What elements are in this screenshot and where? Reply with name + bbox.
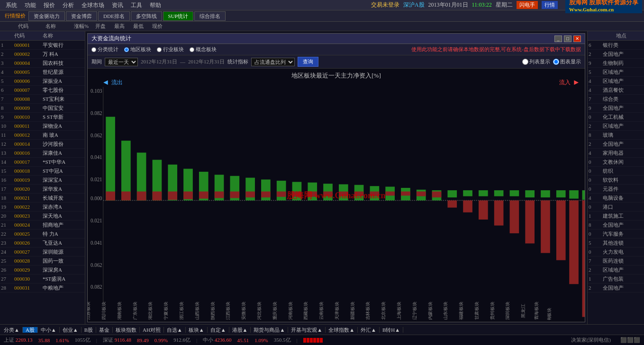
bottom-tab-2[interactable]: 中小▲ bbox=[38, 327, 60, 333]
right-panel-row[interactable]: 0 元器件 bbox=[588, 185, 644, 194]
menu-analysis[interactable]: 分析 bbox=[59, 0, 78, 10]
radio-industry-input[interactable] bbox=[157, 47, 162, 52]
stock-row[interactable]: 9 000010 S ST华新 bbox=[0, 113, 85, 122]
bottom-tab-9[interactable]: 板块▲ bbox=[186, 327, 208, 333]
right-panel-row[interactable]: 0 港口 bbox=[588, 203, 644, 212]
bottom-tab-0[interactable]: 分类▲ bbox=[1, 327, 23, 333]
right-panel-row[interactable]: 6 银行类 bbox=[588, 41, 644, 50]
stock-row[interactable]: 16 000019 深深宝A bbox=[0, 176, 85, 185]
action-button[interactable]: 行情 bbox=[542, 1, 558, 9]
right-panel-row[interactable]: 1 建筑施工 bbox=[588, 212, 644, 221]
stock-row[interactable]: 24 000027 深圳能源 bbox=[0, 248, 85, 257]
stock-row[interactable]: 28 000031 中粮地产 bbox=[0, 283, 85, 292]
right-panel-row[interactable]: 7 综合类 bbox=[588, 95, 644, 104]
right-panel-row[interactable]: 5 区域地产 bbox=[588, 68, 644, 77]
stock-row[interactable]: 22 000025 特 力A bbox=[0, 230, 85, 239]
bottom-tab-14[interactable]: 全球指数▲ bbox=[326, 327, 358, 333]
right-panel-row[interactable]: 0 文教休闲 bbox=[588, 158, 644, 167]
radio-region[interactable]: 地区板块 bbox=[124, 46, 151, 53]
tab-capital-drive[interactable]: 资金驱动力 bbox=[28, 11, 65, 21]
stock-row[interactable]: 27 000030 *ST盛润A bbox=[0, 274, 85, 283]
display-chart-radio[interactable] bbox=[553, 59, 559, 65]
bottom-tab-13[interactable]: 开基与宏观▲ bbox=[288, 327, 326, 333]
right-panel-row[interactable]: 0 软饮料 bbox=[588, 176, 644, 185]
right-panel-row[interactable]: 7 医药连锁 bbox=[588, 257, 644, 265]
menu-quote[interactable]: 报价 bbox=[40, 0, 59, 10]
stock-row[interactable]: 4 000005 世纪星源 bbox=[0, 68, 85, 77]
stock-row[interactable]: 21 000024 招商地产 bbox=[0, 221, 85, 230]
stock-row[interactable]: 14 000017 *ST中华A bbox=[0, 158, 85, 167]
stock-row[interactable]: 17 000020 深华发A bbox=[0, 185, 85, 194]
radio-region-input[interactable] bbox=[124, 47, 129, 52]
stock-row[interactable]: 12 000014 沙河股份 bbox=[0, 140, 85, 149]
stock-row[interactable]: 5 000006 深振业A bbox=[0, 77, 85, 86]
stock-row[interactable]: 2 000002 万 科A bbox=[0, 50, 85, 59]
stock-row[interactable]: 11 000012 南 玻A bbox=[0, 131, 85, 140]
bottom-tab-4[interactable]: B股 bbox=[82, 327, 96, 333]
right-panel-row[interactable]: 0 汽车服务 bbox=[588, 230, 644, 239]
stock-row[interactable]: 10 000011 深物业A bbox=[0, 122, 85, 131]
bottom-tab-11[interactable]: 港股▲ bbox=[229, 327, 251, 333]
display-chart-label[interactable]: 图表显示 bbox=[553, 58, 581, 65]
stock-row[interactable]: 23 000026 飞亚达A bbox=[0, 239, 85, 248]
right-panel-row[interactable]: 4 家用电器 bbox=[588, 149, 644, 158]
tab-sup-stat[interactable]: SUP统计 bbox=[163, 11, 193, 21]
right-panel-row[interactable]: 8 玻璃 bbox=[588, 131, 644, 140]
dialog-close[interactable]: ✕ bbox=[573, 35, 581, 42]
tab-composite[interactable]: 综合排名 bbox=[194, 11, 226, 21]
dialog-maximize[interactable]: □ bbox=[564, 35, 571, 42]
right-panel-row[interactable]: 0 火力发电 bbox=[588, 248, 644, 257]
menu-help[interactable]: 帮助 bbox=[146, 0, 165, 10]
stock-row[interactable]: 3 000004 国农科技 bbox=[0, 59, 85, 68]
menu-news[interactable]: 资讯 bbox=[108, 0, 127, 10]
tab-longshort[interactable]: 多空阵线 bbox=[131, 11, 162, 21]
bottom-tab-1[interactable]: A股 bbox=[23, 327, 38, 333]
bottom-tab-12[interactable]: 期货与商品▲ bbox=[251, 327, 288, 333]
right-panel-row[interactable]: 2 全国地产 bbox=[588, 140, 644, 149]
display-list-radio[interactable] bbox=[522, 59, 528, 65]
right-panel-row[interactable]: 5 其他连锁 bbox=[588, 239, 644, 248]
bottom-tab-10[interactable]: 自定▲ bbox=[208, 327, 229, 333]
right-panel-row[interactable]: 2 区域地产 bbox=[588, 265, 644, 274]
dialog-minimize[interactable]: _ bbox=[554, 35, 562, 42]
menu-system[interactable]: 系统 bbox=[2, 0, 21, 10]
flash-button[interactable]: 闪电手 bbox=[517, 1, 538, 9]
bottom-tab-8[interactable]: 自选▲ bbox=[164, 327, 186, 333]
menu-global[interactable]: 全球市场 bbox=[78, 0, 108, 10]
right-panel-row[interactable]: 9 生物制药 bbox=[588, 59, 644, 68]
bottom-tab-16[interactable]: B转H▲ bbox=[380, 327, 403, 333]
display-list-label[interactable]: 列表显示 bbox=[522, 58, 550, 65]
right-panel-row[interactable]: 2 全国地产 bbox=[588, 283, 644, 292]
right-panel-row[interactable]: 4 酒店餐饮 bbox=[588, 86, 644, 95]
radio-concept[interactable]: 概念板块 bbox=[190, 46, 217, 53]
right-panel-row[interactable]: 0 纺织 bbox=[588, 167, 644, 176]
bottom-tab-5[interactable]: 基金 bbox=[96, 327, 113, 333]
stock-row[interactable]: 7 000008 ST宝利来 bbox=[0, 95, 85, 104]
tab-capital-game[interactable]: 资金博弈 bbox=[66, 11, 97, 21]
radio-industry[interactable]: 行业板块 bbox=[157, 46, 184, 53]
stock-row[interactable]: 20 000023 深天地A bbox=[0, 212, 85, 221]
radio-concept-input[interactable] bbox=[190, 47, 194, 52]
stock-row[interactable]: 18 000021 长城开发 bbox=[0, 194, 85, 203]
period-select[interactable]: 最近一天 bbox=[105, 58, 138, 66]
right-panel-row[interactable]: 4 区域地产 bbox=[588, 77, 644, 86]
menu-function[interactable]: 功能 bbox=[21, 0, 40, 10]
right-panel-row[interactable]: 2 全国地产 bbox=[588, 50, 644, 59]
stock-row[interactable]: 15 000018 ST中冠A bbox=[0, 167, 85, 176]
tab-dde-rank[interactable]: DDE排名 bbox=[98, 11, 130, 21]
stock-row[interactable]: 1 000001 平安银行 bbox=[0, 41, 85, 50]
stock-row[interactable]: 6 000007 零七股份 bbox=[0, 86, 85, 95]
radio-classify[interactable]: 分类统计 bbox=[91, 46, 118, 53]
stock-row[interactable]: 26 000029 深深房A bbox=[0, 265, 85, 274]
bottom-tab-15[interactable]: 外汇▲ bbox=[358, 327, 380, 333]
bottom-tab-3[interactable]: 创业▲ bbox=[60, 327, 82, 333]
stock-row[interactable]: 19 000022 深赤湾A bbox=[0, 203, 85, 212]
bottom-tab-7[interactable]: AH对照 bbox=[140, 327, 164, 333]
stock-row[interactable]: 13 000016 深康佳A bbox=[0, 149, 85, 158]
right-panel-row[interactable]: 2 区域地产 bbox=[588, 122, 644, 131]
stock-row[interactable]: 8 000009 中国宝安 bbox=[0, 104, 85, 113]
right-panel-row[interactable]: 9 全国地产 bbox=[588, 104, 644, 113]
menu-tools[interactable]: 工具 bbox=[127, 0, 146, 10]
right-panel-row[interactable]: 0 化工机械 bbox=[588, 113, 644, 122]
query-button[interactable]: 查询 bbox=[298, 57, 318, 67]
